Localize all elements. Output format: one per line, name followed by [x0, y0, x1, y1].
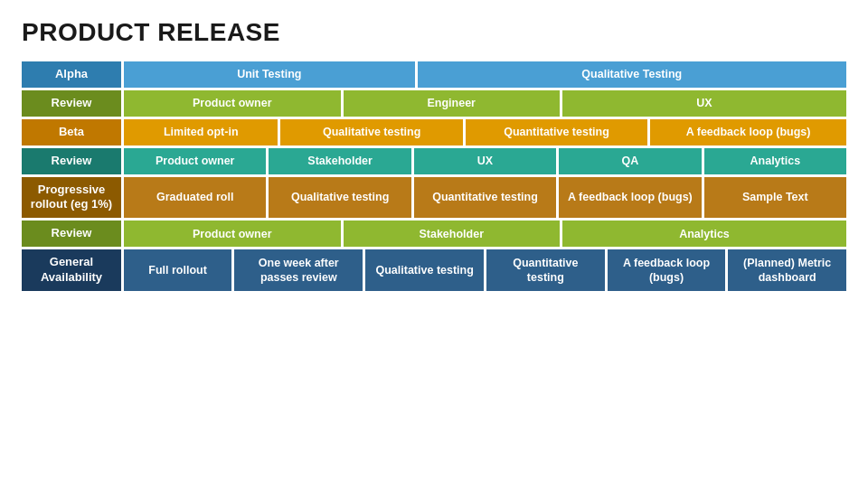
label-review1: Review — [22, 90, 121, 117]
label-alpha: Alpha — [22, 61, 121, 88]
cell-beta-3: A feedback loop (bugs) — [650, 119, 846, 145]
cell-ga-3: Quantitative testing — [486, 249, 605, 291]
cell-review3-2: Analytics — [562, 221, 846, 247]
cell-progressive-3: A feedback loop (bugs) — [559, 177, 701, 219]
cell-beta-2: Quantitative testing — [466, 119, 647, 145]
cell-review1-1: Engineer — [344, 90, 561, 117]
label-ga: General Availability — [22, 249, 121, 291]
label-beta: Beta — [22, 119, 121, 145]
row-review2: ReviewProduct ownerStakeholderUXQAAnalyt… — [22, 148, 846, 174]
cell-beta-0: Limited opt-in — [124, 119, 278, 145]
label-review2: Review — [22, 148, 121, 174]
cell-ga-1: One week after passes review — [234, 249, 363, 291]
cell-progressive-2: Quantitative testing — [414, 177, 556, 219]
cell-review2-1: Stakeholder — [269, 148, 410, 174]
row-review3: ReviewProduct ownerStakeholderAnalytics — [22, 221, 846, 247]
cell-ga-4: A feedback loop (bugs) — [608, 249, 726, 291]
cell-review1-0: Product owner — [124, 90, 341, 117]
row-ga: General AvailabilityFull rolloutOne week… — [22, 249, 846, 291]
cell-progressive-1: Qualitative testing — [269, 177, 410, 219]
row-review1: ReviewProduct ownerEngineerUX — [22, 90, 846, 117]
row-progressive: Progressive rollout (eg 1%)Graduated rol… — [22, 177, 846, 219]
label-review3: Review — [22, 221, 121, 247]
row-alpha: AlphaUnit TestingQualitative Testing — [22, 61, 846, 88]
cell-ga-0: Full rollout — [124, 249, 231, 291]
cell-beta-1: Qualitative testing — [280, 119, 462, 145]
row-beta: BetaLimited opt-inQualitative testingQua… — [22, 119, 846, 145]
label-progressive: Progressive rollout (eg 1%) — [22, 177, 121, 219]
cell-progressive-4: Sample Text — [704, 177, 846, 219]
cell-review3-0: Product owner — [124, 221, 341, 247]
cell-review2-2: UX — [414, 148, 556, 174]
cell-review3-1: Stakeholder — [344, 221, 561, 247]
cell-progressive-0: Graduated roll — [124, 177, 266, 219]
cell-review2-3: QA — [559, 148, 701, 174]
cell-review2-0: Product owner — [124, 148, 266, 174]
cell-alpha-1: Qualitative Testing — [418, 61, 846, 88]
cell-review1-2: UX — [562, 90, 846, 117]
page-title: PRODUCT RELEASE — [22, 18, 846, 47]
release-table: AlphaUnit TestingQualitative TestingRevi… — [22, 61, 846, 291]
cell-ga-5: (Planned) Metric dashboard — [728, 249, 846, 291]
cell-alpha-0: Unit Testing — [124, 61, 415, 88]
cell-ga-2: Qualitative testing — [365, 249, 484, 291]
cell-review2-4: Analytics — [704, 148, 846, 174]
